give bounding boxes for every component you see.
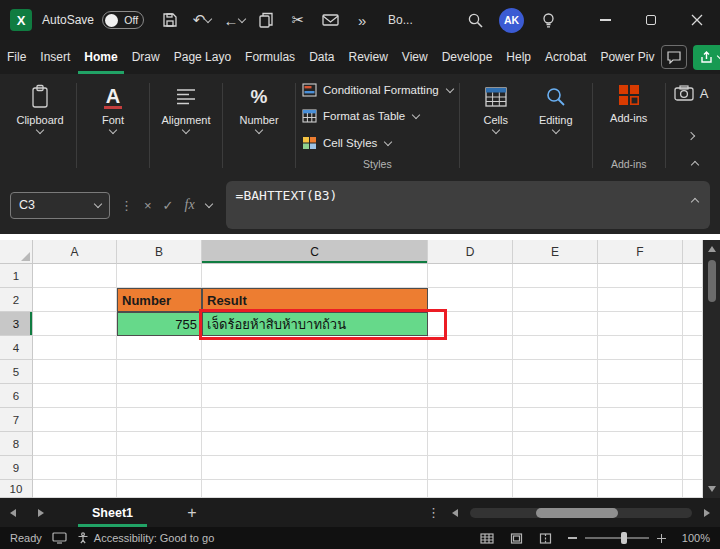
cell-A4[interactable] (33, 336, 117, 360)
insert-function-button[interactable]: fx (185, 197, 195, 213)
zoom-slider-thumb[interactable] (621, 532, 627, 544)
cell-F9[interactable] (598, 456, 683, 480)
tab-home[interactable]: Home (78, 40, 123, 74)
back-arrow-icon[interactable]: ← (221, 7, 247, 33)
select-all-button[interactable] (0, 240, 33, 264)
cell-E2[interactable] (513, 288, 598, 312)
cell-F1[interactable] (598, 264, 683, 288)
addins-button[interactable]: Add-ins (599, 79, 659, 124)
mail-icon[interactable] (317, 7, 343, 33)
lightbulb-icon[interactable] (535, 7, 561, 33)
tab-help[interactable]: Help (500, 40, 537, 74)
cell-A10[interactable] (33, 480, 117, 498)
scroll-down-button[interactable] (708, 480, 716, 498)
cell-C1[interactable] (202, 264, 428, 288)
scroll-up-button[interactable] (708, 240, 716, 258)
cell-styles-button[interactable]: Cell Styles (302, 132, 453, 154)
column-header-F[interactable]: F (598, 240, 683, 264)
cell-A6[interactable] (33, 384, 117, 408)
cell-F10[interactable] (598, 480, 683, 498)
cell-C7[interactable] (202, 408, 428, 432)
editing-group-button[interactable]: Editing (526, 79, 586, 174)
format-as-table-button[interactable]: Format as Table (302, 105, 453, 127)
macro-record-icon[interactable] (52, 532, 67, 544)
cell-E7[interactable] (513, 408, 598, 432)
cell-D10[interactable] (428, 480, 513, 498)
cell-F4[interactable] (598, 336, 683, 360)
cancel-entry-button[interactable]: × (144, 198, 152, 213)
undo-icon[interactable]: ↶ (189, 7, 215, 33)
row-header-4[interactable]: 4 (0, 336, 33, 360)
row-header-9[interactable]: 9 (0, 456, 33, 480)
row-header-3[interactable]: 3 (0, 312, 33, 336)
sheet-tab-active[interactable]: Sheet1 (78, 498, 147, 527)
cell-B6[interactable] (117, 384, 202, 408)
cell-B10[interactable] (117, 480, 202, 498)
row-header-7[interactable]: 7 (0, 408, 33, 432)
clipboard-group-button[interactable]: Clipboard (10, 79, 70, 174)
column-header-D[interactable]: D (428, 240, 513, 264)
hscroll-left-button[interactable] (452, 509, 458, 517)
conditional-formatting-button[interactable]: Conditional Formatting (302, 79, 453, 101)
cell-B9[interactable] (117, 456, 202, 480)
cell-D4[interactable] (428, 336, 513, 360)
cell-D7[interactable] (428, 408, 513, 432)
cell-E9[interactable] (513, 456, 598, 480)
camera-icon[interactable] (674, 85, 694, 101)
cell-A2[interactable] (33, 288, 117, 312)
zoom-in-button[interactable] (657, 534, 666, 543)
cell-C8[interactable] (202, 432, 428, 456)
cell-D9[interactable] (428, 456, 513, 480)
cell-B8[interactable] (117, 432, 202, 456)
avatar[interactable]: AK (499, 8, 524, 33)
comments-button[interactable] (661, 45, 687, 69)
addin-partial-icon[interactable]: A (700, 86, 709, 101)
cell-E3[interactable] (513, 312, 598, 336)
row-header-5[interactable]: 5 (0, 360, 33, 384)
search-icon[interactable] (462, 7, 488, 33)
horizontal-scrollbar[interactable] (470, 508, 692, 518)
copy-icon[interactable] (253, 7, 279, 33)
tab-view[interactable]: View (396, 40, 434, 74)
cell-B1[interactable] (117, 264, 202, 288)
tab-file[interactable]: File (1, 40, 32, 74)
cell-C5[interactable] (202, 360, 428, 384)
add-sheet-button[interactable]: + (181, 504, 203, 522)
collapse-formula-bar-icon[interactable] (691, 198, 699, 206)
cell-E4[interactable] (513, 336, 598, 360)
zoom-slider[interactable] (585, 537, 649, 539)
tab-insert[interactable]: Insert (34, 40, 76, 74)
normal-view-icon[interactable] (480, 533, 494, 544)
vertical-scrollbar-thumb[interactable] (708, 260, 716, 302)
cell-D2[interactable] (428, 288, 513, 312)
cells-group-button[interactable]: Cells (466, 79, 526, 174)
cell-A3[interactable] (33, 312, 117, 336)
tab-power-pivot[interactable]: Power Piv (594, 40, 660, 74)
cell-A5[interactable] (33, 360, 117, 384)
cell-A9[interactable] (33, 456, 117, 480)
autosave-toggle[interactable]: Off (102, 11, 144, 29)
cell-F5[interactable] (598, 360, 683, 384)
hscroll-right-button[interactable] (704, 509, 710, 517)
cell-C2[interactable]: Result (202, 288, 428, 312)
page-break-view-icon[interactable] (539, 533, 552, 544)
row-header-8[interactable]: 8 (0, 432, 33, 456)
cell-C3-selected[interactable]: เจ็ดร้อยห้าสิบห้าบาทถ้วน (202, 312, 428, 336)
tabbar-options-icon[interactable]: ⋮ (427, 505, 440, 520)
cell-E6[interactable] (513, 384, 598, 408)
save-icon[interactable] (157, 7, 183, 33)
cell-F2[interactable] (598, 288, 683, 312)
close-button[interactable] (674, 0, 720, 40)
name-box[interactable]: C3 (10, 192, 110, 219)
cell-C10[interactable] (202, 480, 428, 498)
cell-D6[interactable] (428, 384, 513, 408)
horizontal-scrollbar-thumb[interactable] (536, 508, 618, 518)
column-header-A[interactable]: A (33, 240, 117, 264)
next-sheet-button[interactable] (38, 509, 44, 517)
tab-data[interactable]: Data (303, 40, 340, 74)
row-header-1[interactable]: 1 (0, 264, 33, 288)
excel-logo-icon[interactable]: X (10, 9, 32, 31)
cell-B3[interactable]: 755 (117, 312, 202, 336)
cut-icon[interactable]: ✂ (285, 7, 311, 33)
cell-C9[interactable] (202, 456, 428, 480)
